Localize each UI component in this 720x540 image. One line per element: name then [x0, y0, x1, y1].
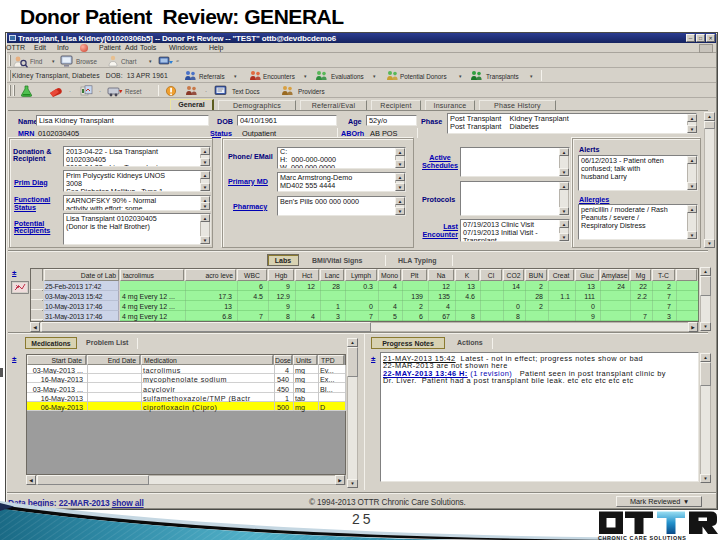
- svg-text:CHRONIC CARE SOLUTIONS: CHRONIC CARE SOLUTIONS: [598, 535, 687, 540]
